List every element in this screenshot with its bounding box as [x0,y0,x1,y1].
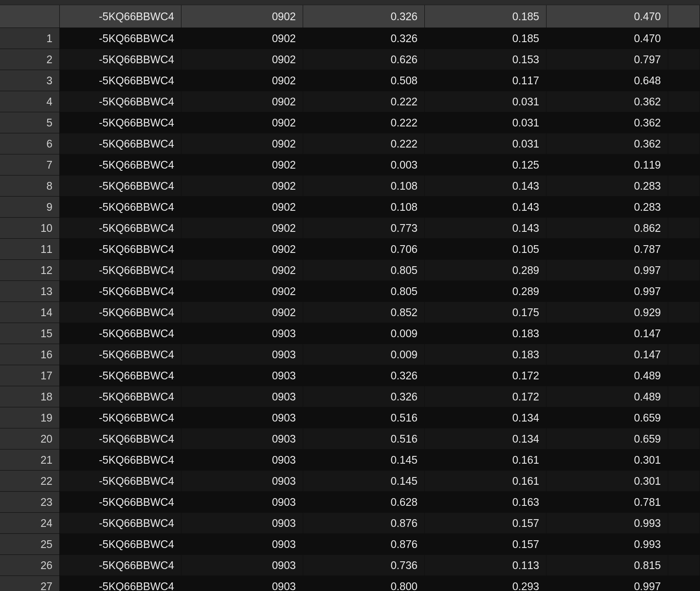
row-cell-c4[interactable]: 0.648 [546,70,668,91]
row-index-cell[interactable]: 8 [0,175,60,197]
row-cell-c3[interactable]: 0.125 [425,154,546,175]
row-cell-c1[interactable]: 0903 [181,428,303,449]
row-cell-c3[interactable]: 0.161 [425,449,546,471]
row-cell-c1[interactable]: 0903 [181,555,303,576]
row-cell-c1[interactable]: 0902 [181,70,303,91]
row-index-cell[interactable]: 18 [0,386,60,407]
row-cell-c1[interactable]: 0902 [181,197,303,218]
row-index-cell[interactable]: 3 [0,70,60,91]
row-cell-c2[interactable]: 0.876 [303,513,425,534]
row-cell-c1[interactable]: 0902 [181,28,303,49]
row-cell-c1[interactable]: 0902 [181,302,303,323]
row-cell-c0[interactable]: -5KQ66BBWC4 [60,154,181,175]
row-index-cell[interactable]: 4 [0,91,60,112]
row-cell-c3[interactable]: 0.161 [425,471,546,492]
row-cell-c2[interactable]: 0.516 [303,407,425,428]
row-cell-c2[interactable]: 0.508 [303,70,425,91]
row-cell-c2[interactable]: 0.222 [303,91,425,112]
header-cell-c0[interactable]: -5KQ66BBWC4 [60,5,181,28]
row-cell-c1[interactable]: 0902 [181,154,303,175]
row-cell-c1[interactable]: 0902 [181,239,303,260]
row-cell-c4[interactable]: 0.929 [546,302,668,323]
row-cell-c0[interactable]: -5KQ66BBWC4 [60,365,181,386]
row-index-cell[interactable]: 20 [0,428,60,449]
row-index-cell[interactable]: 16 [0,344,60,365]
row-index-cell[interactable]: 2 [0,49,60,70]
row-cell-c4[interactable]: 0.470 [546,28,668,49]
row-cell-c0[interactable]: -5KQ66BBWC4 [60,449,181,471]
row-cell-c3[interactable]: 0.293 [425,576,546,591]
row-cell-c1[interactable]: 0902 [181,281,303,302]
row-cell-c0[interactable]: -5KQ66BBWC4 [60,91,181,112]
row-cell-c2[interactable]: 0.805 [303,260,425,281]
row-cell-c4[interactable]: 0.993 [546,534,668,555]
row-cell-c4[interactable]: 0.147 [546,323,668,344]
header-cell-c4[interactable]: 0.470 [546,5,668,28]
row-cell-c2[interactable]: 0.516 [303,428,425,449]
row-cell-c3[interactable]: 0.172 [425,365,546,386]
row-cell-c2[interactable]: 0.009 [303,323,425,344]
row-cell-c4[interactable]: 0.301 [546,449,668,471]
row-cell-c0[interactable]: -5KQ66BBWC4 [60,344,181,365]
row-cell-c3[interactable]: 0.134 [425,407,546,428]
row-cell-c2[interactable]: 0.009 [303,344,425,365]
row-cell-c3[interactable]: 0.143 [425,175,546,197]
row-cell-c3[interactable]: 0.289 [425,281,546,302]
row-index-cell[interactable]: 11 [0,239,60,260]
row-cell-c2[interactable]: 0.876 [303,534,425,555]
row-cell-c0[interactable]: -5KQ66BBWC4 [60,175,181,197]
row-index-cell[interactable]: 14 [0,302,60,323]
row-index-cell[interactable]: 9 [0,197,60,218]
row-cell-c2[interactable]: 0.706 [303,239,425,260]
row-cell-c2[interactable]: 0.326 [303,365,425,386]
row-index-cell[interactable]: 1 [0,28,60,49]
header-cell-c3[interactable]: 0.185 [425,5,546,28]
row-cell-c0[interactable]: -5KQ66BBWC4 [60,28,181,49]
row-cell-c4[interactable]: 0.119 [546,154,668,175]
row-cell-c4[interactable]: 0.659 [546,407,668,428]
row-index-cell[interactable]: 15 [0,323,60,344]
row-cell-c1[interactable]: 0903 [181,449,303,471]
row-cell-c0[interactable]: -5KQ66BBWC4 [60,239,181,260]
row-cell-c4[interactable]: 0.362 [546,133,668,154]
row-cell-c4[interactable]: 0.997 [546,576,668,591]
row-cell-c0[interactable]: -5KQ66BBWC4 [60,302,181,323]
row-cell-c0[interactable]: -5KQ66BBWC4 [60,218,181,239]
row-cell-c3[interactable]: 0.031 [425,112,546,133]
row-cell-c3[interactable]: 0.183 [425,344,546,365]
row-cell-c3[interactable]: 0.143 [425,197,546,218]
row-cell-c1[interactable]: 0902 [181,49,303,70]
row-cell-c2[interactable]: 0.326 [303,28,425,49]
row-cell-c1[interactable]: 0903 [181,323,303,344]
row-cell-c3[interactable]: 0.153 [425,49,546,70]
row-index-cell[interactable]: 6 [0,133,60,154]
row-cell-c1[interactable]: 0903 [181,492,303,513]
row-cell-c0[interactable]: -5KQ66BBWC4 [60,112,181,133]
row-cell-c4[interactable]: 0.659 [546,428,668,449]
row-cell-c0[interactable]: -5KQ66BBWC4 [60,492,181,513]
row-cell-c1[interactable]: 0903 [181,576,303,591]
row-cell-c1[interactable]: 0903 [181,365,303,386]
row-cell-c4[interactable]: 0.997 [546,260,668,281]
row-cell-c3[interactable]: 0.117 [425,70,546,91]
row-cell-c3[interactable]: 0.113 [425,555,546,576]
row-cell-c2[interactable]: 0.736 [303,555,425,576]
row-index-cell[interactable]: 21 [0,449,60,471]
row-index-cell[interactable]: 10 [0,218,60,239]
row-cell-c2[interactable]: 0.852 [303,302,425,323]
row-cell-c1[interactable]: 0903 [181,471,303,492]
row-index-cell[interactable]: 24 [0,513,60,534]
row-cell-c0[interactable]: -5KQ66BBWC4 [60,133,181,154]
row-cell-c0[interactable]: -5KQ66BBWC4 [60,281,181,302]
row-index-cell[interactable]: 19 [0,407,60,428]
row-cell-c4[interactable]: 0.147 [546,344,668,365]
row-cell-c3[interactable]: 0.183 [425,323,546,344]
row-cell-c1[interactable]: 0902 [181,175,303,197]
row-cell-c4[interactable]: 0.362 [546,112,668,133]
row-cell-c2[interactable]: 0.108 [303,197,425,218]
row-cell-c4[interactable]: 0.862 [546,218,668,239]
row-cell-c2[interactable]: 0.145 [303,471,425,492]
row-cell-c2[interactable]: 0.003 [303,154,425,175]
row-cell-c2[interactable]: 0.773 [303,218,425,239]
row-cell-c0[interactable]: -5KQ66BBWC4 [60,407,181,428]
